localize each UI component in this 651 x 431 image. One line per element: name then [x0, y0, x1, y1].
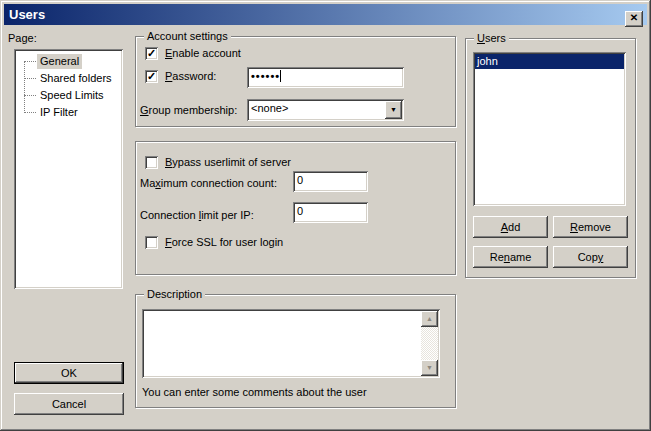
max-connection-label: Maximum connection count: [140, 177, 277, 189]
description-title: Description [144, 288, 205, 300]
description-hint: You can enter some comments about the us… [142, 386, 367, 398]
users-dialog: Users ✕ Page: General Shared folders Spe… [0, 0, 651, 431]
cancel-button[interactable]: Cancel [14, 393, 124, 415]
tree-line [24, 61, 36, 62]
chevron-down-icon[interactable]: ▼ [385, 101, 402, 119]
mnemonic: A [501, 221, 508, 233]
add-button[interactable]: Add [473, 216, 548, 238]
users-listbox[interactable]: john [473, 52, 626, 206]
mnemonic: F [165, 236, 172, 248]
bypass-userlimit-checkbox[interactable] [145, 156, 158, 169]
label-text: Re [490, 251, 504, 263]
combobox-value: <none> [251, 102, 288, 114]
text-caret [280, 70, 281, 82]
label-text: roup membership: [149, 104, 238, 116]
enable-account-checkbox[interactable]: ✓ [145, 47, 158, 60]
mnemonic: U [477, 32, 485, 44]
tree-line [24, 112, 36, 113]
tree-item-shared-folders[interactable]: Shared folders [37, 71, 115, 86]
tree-line [24, 95, 36, 96]
close-icon[interactable]: ✕ [625, 11, 643, 27]
tree-line [24, 61, 25, 113]
tree-item-ip-filter[interactable]: IP Filter [37, 105, 81, 120]
group-membership-label: Group membership: [140, 104, 237, 116]
label-text: emove [578, 221, 611, 233]
password-label: Password: [165, 70, 216, 82]
label-text: Ma [140, 177, 155, 189]
label-text: sers [485, 32, 506, 44]
label-text: ypass userlimit of server [172, 156, 291, 168]
max-connection-input[interactable]: 0 [293, 171, 368, 192]
label-text: Cop [578, 251, 598, 263]
mnemonic: G [140, 104, 149, 116]
label-text: orce SSL for user login [172, 236, 283, 248]
force-ssl-checkbox[interactable] [145, 236, 158, 249]
mnemonic: R [570, 221, 578, 233]
label-text: Connection [140, 209, 199, 221]
description-scrollbar[interactable]: ▲ ▼ [421, 311, 438, 376]
account-settings-title: Account settings [144, 30, 231, 42]
ok-button[interactable]: OK [14, 362, 124, 384]
label-text: assword: [172, 70, 216, 82]
mnemonic: y [598, 251, 604, 263]
label-text: ame [510, 251, 531, 263]
titlebar[interactable]: Users ✕ [4, 4, 647, 25]
connection-limit-input[interactable]: 0 [293, 202, 368, 223]
tree-line [24, 78, 36, 79]
window-title: Users [9, 7, 45, 22]
label-text: imum connection count: [161, 177, 277, 189]
password-checkbox[interactable]: ✓ [145, 70, 158, 83]
group-membership-combobox[interactable]: <none> ▼ [247, 99, 404, 121]
users-group-title: Users [474, 32, 509, 44]
tree-item-speed-limits[interactable]: Speed Limits [37, 88, 107, 103]
remove-button[interactable]: Remove [553, 216, 628, 238]
description-textarea[interactable]: ▲ ▼ [142, 309, 440, 378]
tree-item-general[interactable]: General [37, 54, 82, 69]
copy-button[interactable]: Copy [553, 246, 628, 268]
enable-account-label: Enable account [165, 47, 241, 59]
label-text: nable account [172, 47, 241, 59]
list-item-john[interactable]: john [475, 54, 624, 69]
connection-limit-label: Connection limit per IP: [140, 209, 254, 221]
bypass-userlimit-label: Bypass userlimit of server [165, 156, 291, 168]
force-ssl-label: Force SSL for user login [165, 236, 283, 248]
password-input[interactable]: •••••• [247, 67, 404, 88]
label-text: dd [508, 221, 520, 233]
page-label: Page: [8, 32, 37, 44]
scroll-down-icon[interactable]: ▼ [421, 360, 438, 376]
password-masked-value: •••••• [251, 70, 280, 82]
page-tree[interactable]: General Shared folders Speed Limits IP F… [14, 49, 123, 289]
rename-button[interactable]: Rename [473, 246, 548, 268]
scroll-up-icon[interactable]: ▲ [421, 311, 438, 327]
label-text: imit per IP: [201, 209, 254, 221]
